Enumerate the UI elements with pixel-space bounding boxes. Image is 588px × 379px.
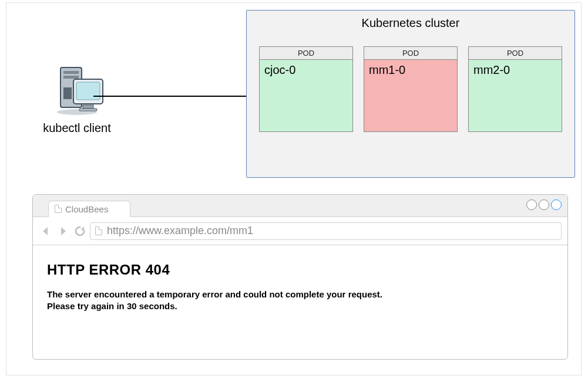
browser-tabbar: CloudBees <box>33 195 567 217</box>
svg-rect-9 <box>79 109 97 111</box>
pod-header: POD <box>469 47 562 60</box>
svg-rect-8 <box>83 105 93 109</box>
pod-header: POD <box>364 47 457 60</box>
svg-rect-1 <box>63 71 79 74</box>
pod-name: mm1-0 <box>364 60 457 131</box>
kubectl-client: kubectl client <box>36 64 118 135</box>
url-text: https://www.example.com/mm1 <box>107 225 253 237</box>
tab-title: CloudBees <box>65 204 108 214</box>
computer-icon <box>48 64 106 117</box>
pod-name: cjoc-0 <box>260 60 352 131</box>
pod-header: POD <box>260 47 352 60</box>
window-control-dot[interactable] <box>526 199 537 210</box>
page-icon <box>95 226 102 235</box>
browser-tab[interactable]: CloudBees <box>48 201 130 217</box>
window-control-dot[interactable] <box>539 199 549 210</box>
pods-row: POD cjoc-0 POD mm1-0 POD mm2-0 <box>247 46 574 132</box>
kubernetes-cluster: Kubernetes cluster POD cjoc-0 POD mm1-0 … <box>246 10 575 178</box>
pod-name: mm2-0 <box>469 60 562 131</box>
pod-cjoc-0: POD cjoc-0 <box>259 46 353 132</box>
reload-button[interactable] <box>73 224 87 238</box>
browser-window: CloudBees https:// <box>32 194 568 360</box>
svg-rect-2 <box>63 76 79 79</box>
diagram-frame: kubectl client Kubernetes cluster POD cj… <box>6 2 582 375</box>
error-message-line: Please try again in 30 seconds. <box>47 300 553 312</box>
page-icon <box>55 205 62 213</box>
window-controls <box>526 199 562 210</box>
browser-toolbar: https://www.example.com/mm1 <box>33 217 567 245</box>
pod-mm1-0: POD mm1-0 <box>364 46 458 132</box>
pod-mm2-0: POD mm2-0 <box>468 46 562 132</box>
kubectl-label: kubectl client <box>36 121 118 135</box>
address-bar[interactable]: https://www.example.com/mm1 <box>90 222 562 240</box>
forward-button[interactable] <box>56 224 70 238</box>
browser-content: HTTP ERROR 404 The server encountered a … <box>33 245 567 329</box>
back-button[interactable] <box>39 224 53 238</box>
error-message-line: The server encountered a temporary error… <box>47 289 553 300</box>
cluster-title: Kubernetes cluster <box>247 16 574 30</box>
connection-line <box>93 96 246 97</box>
svg-rect-7 <box>76 82 100 100</box>
window-control-dot[interactable] <box>551 199 562 210</box>
error-title: HTTP ERROR 404 <box>47 262 553 278</box>
svg-rect-3 <box>63 87 72 99</box>
